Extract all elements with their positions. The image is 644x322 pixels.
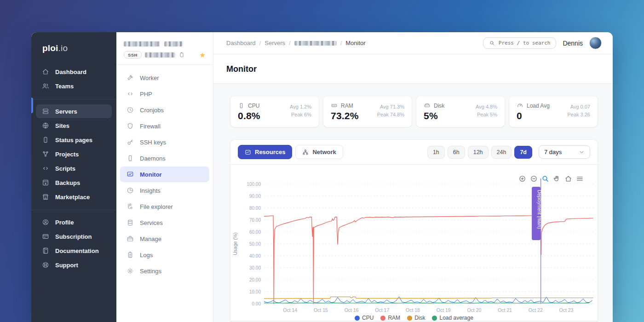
- svg-text:50.00: 50.00: [249, 242, 261, 247]
- sidebar-item-label: Backups: [55, 179, 80, 186]
- sidebar-item-status-pages[interactable]: Status pages: [36, 133, 112, 147]
- server-nav-item-firewall[interactable]: Firewall: [120, 118, 209, 134]
- sidebar-item-label: Projects: [55, 151, 79, 158]
- users-icon: [42, 82, 49, 90]
- sidebar-item-label: Marketplace: [55, 194, 90, 201]
- stat-value: 73.2%: [331, 110, 359, 121]
- breadcrumb-dashboard[interactable]: Dashboard: [226, 40, 256, 46]
- server-nav-label: Settings: [140, 268, 161, 275]
- sidebar-item-teams[interactable]: Teams: [36, 79, 112, 93]
- key-icon: [126, 138, 134, 146]
- legend-cpu[interactable]: CPU: [355, 315, 374, 321]
- server-nav-item-worker[interactable]: Worker: [120, 70, 209, 86]
- usage-chart[interactable]: 0.0010.0020.0030.0040.0050.0060.0070.008…: [230, 167, 598, 317]
- user-name[interactable]: Dennis: [563, 40, 583, 47]
- tab-network[interactable]: Network: [295, 145, 343, 159]
- server-nav-item-ssh-keys[interactable]: SSH keys: [120, 134, 209, 150]
- pan-icon: [553, 175, 561, 183]
- ssh-badge[interactable]: SSH: [124, 51, 142, 58]
- copy-icon[interactable]: [178, 52, 185, 58]
- phone-icon: [126, 155, 134, 162]
- gear-icon: [126, 267, 134, 275]
- range-button-1h[interactable]: 1h: [427, 146, 445, 159]
- breadcrumb-servers[interactable]: Servers: [264, 40, 285, 46]
- server-nav-item-logs[interactable]: Logs: [120, 247, 209, 263]
- view-tabs: ResourcesNetwork: [238, 145, 346, 159]
- stat-value: 0: [517, 110, 550, 121]
- svg-text:70.00: 70.00: [249, 218, 261, 223]
- stat-value: 0.8%: [238, 110, 260, 121]
- app-window: ploi.io DashboardTeamsServersSitesStatus…: [31, 32, 613, 322]
- sidebar-item-scripts[interactable]: Scripts: [36, 161, 112, 175]
- nodes-icon: [42, 150, 49, 158]
- backup-icon: [42, 179, 49, 186]
- svg-text:Oct 20: Oct 20: [467, 307, 481, 313]
- range-button-7d[interactable]: 7d: [514, 146, 532, 159]
- server-nav-item-cronjobs[interactable]: Cronjobs: [120, 102, 209, 118]
- ram-icon: [331, 102, 338, 109]
- sidebar-item-support[interactable]: Support: [36, 258, 112, 272]
- legend-disk[interactable]: Disk: [407, 315, 425, 321]
- sidebar-item-label: Subscription: [55, 233, 92, 240]
- main-sidebar: ploi.io DashboardTeamsServersSitesStatus…: [31, 32, 116, 322]
- breadcrumb-separator: /: [259, 40, 261, 46]
- sidebar-item-profile[interactable]: Profile: [36, 215, 112, 229]
- avatar[interactable]: [589, 37, 602, 49]
- server-nav-item-manage[interactable]: Manage: [120, 231, 209, 247]
- chart-tool-menu[interactable]: [576, 175, 584, 183]
- redacted-block: [124, 41, 160, 46]
- sidebar-item-sites[interactable]: Sites: [36, 119, 112, 132]
- sidebar-item-subscription[interactable]: Subscription: [36, 230, 112, 243]
- clock-icon: [126, 106, 134, 114]
- legend-ram[interactable]: RAM: [380, 315, 400, 321]
- server-nav-item-services[interactable]: Services: [120, 215, 209, 230]
- svg-text:60.00: 60.00: [249, 230, 261, 235]
- sidebar-section: DashboardTeams: [31, 63, 116, 95]
- sidebar-item-dashboard[interactable]: Dashboard: [36, 65, 112, 79]
- range-button-6h[interactable]: 6h: [448, 146, 465, 159]
- search-input[interactable]: Press / to search: [483, 37, 557, 49]
- legend-load-average[interactable]: Load average: [432, 315, 473, 321]
- range-button-12h[interactable]: 12h: [468, 146, 489, 159]
- chart-tool-zoom-out[interactable]: [530, 175, 538, 183]
- range-select-value: 7 days: [544, 149, 562, 155]
- globe-icon: [42, 122, 49, 129]
- chart-tool-zoom-in[interactable]: [518, 175, 526, 183]
- main-nav: DashboardTeamsServersSitesStatus pagesPr…: [31, 63, 116, 274]
- sidebar-item-label: Documentation: [55, 247, 99, 254]
- sidebar-item-backups[interactable]: Backups: [36, 176, 112, 190]
- range-button-24h[interactable]: 24h: [491, 146, 512, 159]
- range-select[interactable]: 7 days: [539, 145, 590, 159]
- code-icon: [42, 165, 49, 172]
- sidebar-item-servers[interactable]: Servers: [36, 104, 112, 118]
- brand-name: ploi: [42, 43, 58, 53]
- sidebar-item-projects[interactable]: Projects: [36, 147, 112, 161]
- favorite-star-icon[interactable]: ★: [200, 52, 206, 58]
- server-nav-item-php[interactable]: PHP: [120, 86, 209, 102]
- server-nav-item-settings[interactable]: Settings: [120, 263, 209, 279]
- svg-text:20.00: 20.00: [249, 277, 261, 282]
- server-nav-item-insights[interactable]: Insights: [120, 183, 209, 198]
- chart-tool-pan[interactable]: [553, 175, 561, 183]
- tab-resources[interactable]: Resources: [238, 145, 292, 159]
- chart-tool-selection-zoom[interactable]: [541, 175, 549, 183]
- svg-text:Oct 23: Oct 23: [559, 307, 574, 313]
- server-nav: WorkerPHPCronjobsFirewallSSH keysDaemons…: [116, 65, 213, 284]
- server-nav-label: Logs: [140, 252, 153, 259]
- server-nav-item-monitor[interactable]: Monitor: [120, 167, 209, 182]
- chart-panel: ResourcesNetwork 1h6h12h24h7d 7 days 0.0…: [230, 139, 598, 321]
- series-ram: [264, 216, 593, 304]
- sidebar-item-marketplace[interactable]: Marketplace: [36, 190, 112, 204]
- chart-tool-home[interactable]: [564, 175, 572, 183]
- sidebar-section: ServersSitesStatus pagesProjectsScriptsB…: [31, 99, 116, 206]
- stat-card-cpu: CPU 0.8% Avg 1.2% Peak 6%: [230, 96, 319, 127]
- server-nav-item-file-explorer[interactable]: File explorer: [120, 199, 209, 214]
- chart-canvas[interactable]: 0.0010.0020.0030.0040.0050.0060.0070.008…: [230, 167, 598, 316]
- sidebar-item-documentation[interactable]: Documentation: [36, 244, 112, 258]
- database-icon: [126, 219, 134, 226]
- server-nav-label: Cronjobs: [140, 107, 164, 114]
- svg-text:10.00: 10.00: [249, 289, 261, 294]
- server-nav-item-daemons[interactable]: Daemons: [120, 150, 209, 166]
- breadcrumb-redacted: [294, 41, 337, 46]
- brand-logo[interactable]: ploi.io: [31, 40, 116, 63]
